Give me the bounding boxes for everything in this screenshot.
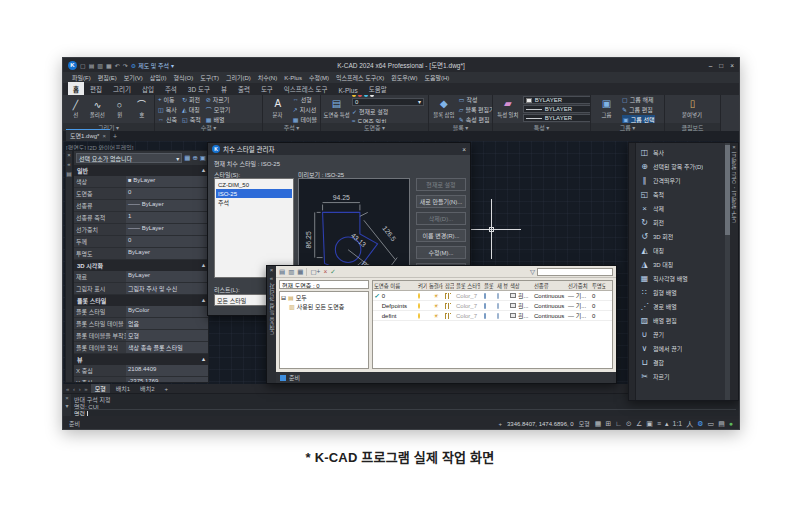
column-header[interactable]: 켜기/.. xyxy=(417,281,427,289)
close-icon[interactable]: × xyxy=(65,395,69,401)
select-objects-icon[interactable]: ⊕ xyxy=(192,154,197,162)
status-toggle-icon[interactable]: ● xyxy=(729,420,733,427)
group-label-block[interactable]: 블록 ▾ xyxy=(429,123,492,131)
ribbon-tool[interactable]: ▱ 블록 편집기 xyxy=(459,105,492,114)
group-label-group[interactable]: 그룹 ▾ xyxy=(591,123,664,131)
text-tool[interactable]: A 문자 xyxy=(266,99,290,119)
transparency-cell[interactable]: 0 xyxy=(591,313,607,319)
new-group-filter-icon[interactable]: ▥ xyxy=(288,268,294,276)
palette-tool[interactable]: × 삭제 xyxy=(637,201,724,215)
column-header[interactable]: 동결/동.. xyxy=(428,281,442,289)
palette-tool[interactable]: ∨ 점에서 끊기 xyxy=(637,341,724,355)
style-list-item[interactable]: A CZ-DIM_50 xyxy=(216,180,292,189)
section-header-view[interactable]: 뷰▴ xyxy=(74,354,208,365)
app-logo-icon[interactable]: K xyxy=(68,61,77,70)
ribbon-tool[interactable]: ✓ 현재로 설정 xyxy=(352,107,424,116)
ribbon-tool[interactable]: ╱ 선 xyxy=(66,100,85,119)
layer-row[interactable]: ✓ Defpoints ☀ Color_7 흰... Continuous xyxy=(373,301,612,311)
qat-icon[interactable]: ↷ xyxy=(123,62,128,69)
layer-properties-tool[interactable]: ▤ 도면층 특성 xyxy=(324,99,349,119)
dialog-button[interactable]: 새로 만들기(N)... xyxy=(416,195,466,208)
ribbon-tool[interactable]: ✎ 그룹 편집 xyxy=(622,105,655,114)
palette-tool[interactable]: ◫ 복사 xyxy=(637,145,724,159)
layer-freeze-icon[interactable]: ☀ xyxy=(428,292,444,299)
layer-on-icon[interactable] xyxy=(418,303,420,309)
qat-icon[interactable]: ▦ xyxy=(106,62,112,69)
group-label-modify[interactable]: 수정 ▾ xyxy=(155,123,262,131)
layer-states-icon[interactable]: ▦ xyxy=(297,268,303,276)
lineweight-cell[interactable]: — 기... xyxy=(567,301,591,310)
menu-item[interactable]: 보기(V) xyxy=(124,73,143,82)
ribbon-tool[interactable]: ○ 원 xyxy=(110,100,129,119)
property-row[interactable]: 플롯 테이블을 부착할...모형 xyxy=(74,330,208,342)
column-header[interactable]: 플롯 스타일 xyxy=(455,281,480,289)
ribbon-tab[interactable]: 도구 xyxy=(256,82,278,95)
tree-node-used[interactable]: ▥ 사용된 모든 도면층 xyxy=(289,302,367,311)
layer-combo[interactable]: 0 ▾ xyxy=(352,98,424,106)
space-mode-label[interactable]: 모형 xyxy=(579,419,590,428)
close-icon[interactable]: × xyxy=(270,267,274,273)
menu-item[interactable]: 삽입(I) xyxy=(150,73,167,82)
status-toggle-icon[interactable]: ⊙ xyxy=(626,420,632,428)
minimize-button[interactable]: – xyxy=(709,62,713,69)
column-header[interactable]: 색상 xyxy=(509,281,531,289)
layer-color-icon[interactable] xyxy=(370,95,374,97)
quick-select-icon[interactable]: ▦ xyxy=(184,154,190,162)
color-combo[interactable]: BYLAYER xyxy=(523,96,590,104)
palette-tool[interactable]: ▦ 직사각형 배열 xyxy=(637,271,724,285)
status-toggle-icon[interactable]: 人 xyxy=(686,419,693,429)
pin-icon[interactable]: « xyxy=(270,275,273,281)
status-toggle-icon[interactable]: ▭ xyxy=(708,420,715,428)
layer-filter-tree[interactable]: ⊟ ▤ 모두 ▥ 사용된 모든 도면층 xyxy=(279,291,369,369)
layer-lock-icon[interactable] xyxy=(445,313,449,319)
property-row[interactable]: 두께0 xyxy=(74,236,208,248)
ribbon-tab[interactable]: 도움말 xyxy=(364,82,392,95)
dialog-button[interactable]: 수정(M)... xyxy=(416,246,466,259)
new-tab-button[interactable]: + xyxy=(113,133,117,141)
group-label-layers[interactable]: 도면층 ▾ xyxy=(321,123,428,131)
property-row[interactable]: 선종류—— ByLayer xyxy=(74,200,208,212)
layer-on-icon[interactable] xyxy=(352,95,356,97)
ribbon-tool[interactable]: ◫ 복사 xyxy=(158,105,177,114)
group-label-annotation[interactable]: 주석 ▾ xyxy=(263,123,320,131)
property-row[interactable]: 플롯 스타일ByColor xyxy=(74,306,208,318)
plot-icon[interactable] xyxy=(484,313,486,319)
expand-icon[interactable]: ⊟ xyxy=(281,294,286,301)
column-header[interactable]: 새 뷰.. xyxy=(496,281,508,289)
status-toggle-icon[interactable]: ⚙ xyxy=(697,420,703,428)
color-swatch[interactable] xyxy=(510,313,516,318)
dialog-close-icon[interactable]: × xyxy=(462,146,466,153)
menu-item[interactable]: 도움말(H) xyxy=(424,73,449,82)
status-toggle-icon[interactable]: ≡ xyxy=(657,420,661,427)
ribbon-tool[interactable]: ↻ 회전 xyxy=(182,95,201,104)
ribbon-tool[interactable]: ⌒ 호 xyxy=(132,100,151,119)
ribbon-tab[interactable]: 출력 xyxy=(233,82,255,95)
close-icon[interactable]: × xyxy=(67,152,71,158)
menu-item[interactable]: 도구(T) xyxy=(200,73,219,82)
dialog-title-bar[interactable]: K 치수 스타일 관리자 × xyxy=(208,143,470,155)
ribbon-tab[interactable]: 삽입 xyxy=(137,82,159,95)
menu-item[interactable]: 수정(M) xyxy=(309,73,329,82)
ribbon-tool[interactable]: ▭ 작성 xyxy=(459,95,492,104)
property-row[interactable]: Y 중심-2375.1769 xyxy=(74,377,208,383)
tree-node-all[interactable]: ⊟ ▤ 모두 xyxy=(281,293,367,302)
palette-tool[interactable]: ∪ 끊기 xyxy=(637,327,724,341)
paste-tool[interactable]: ▯ 붙여넣기 xyxy=(680,99,705,119)
layer-on-icon[interactable] xyxy=(418,313,420,319)
layer-lock-icon[interactable] xyxy=(445,303,449,309)
status-toggle-icon[interactable]: ▤ xyxy=(718,420,725,428)
layer-freeze-icon[interactable]: ☀ xyxy=(428,302,444,309)
status-toggle-icon[interactable]: ⊞ xyxy=(605,420,611,428)
tab-layout1[interactable]: 배치1 xyxy=(112,384,134,393)
plot-style-cell[interactable]: Color_7 xyxy=(455,313,483,319)
property-row[interactable]: 플롯 스타일 테이블없음 xyxy=(74,318,208,330)
ribbon-tool[interactable]: ↗ 지시선 xyxy=(293,105,317,114)
tab-layout2[interactable]: 배치2 xyxy=(136,384,158,393)
delete-layer-icon[interactable]: × xyxy=(323,268,327,275)
linetype-cell[interactable]: Continuous xyxy=(533,293,567,299)
layer-lock-icon[interactable] xyxy=(445,293,449,299)
palette-tool[interactable]: ◭ 대칭 xyxy=(637,243,724,257)
ribbon-tab[interactable]: 뷰 xyxy=(216,82,232,95)
ribbon-tool[interactable]: ◭ 대칭 xyxy=(182,105,201,114)
property-row[interactable]: 그림자 표시그림자 주사 및 수신 xyxy=(74,283,208,295)
